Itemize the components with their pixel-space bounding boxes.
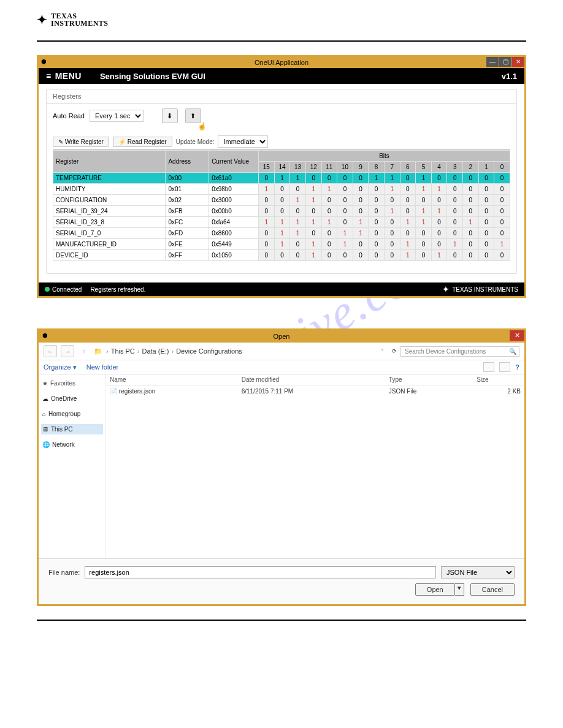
app-window: ⬢ OneUI Application — ▢ ✕ ≡ MENU Sensing…	[37, 55, 526, 298]
register-row[interactable]: MANUFACTURER_ID0xFE0x5449010101000100100…	[53, 239, 510, 250]
register-row[interactable]: DEVICE_ID0xFF0x10500001000001010000	[53, 250, 510, 261]
col-bits: Bits	[259, 151, 510, 162]
bit-col: 3	[447, 162, 463, 173]
nav-dropdown-button[interactable]: ˅	[376, 346, 388, 357]
update-mode-label: Update Mode:	[176, 138, 215, 145]
registers-panel: Registers Auto Read Every 1 sec ⬇ ⬆ ☝	[46, 89, 517, 274]
file-col[interactable]: Name	[106, 374, 238, 385]
tree-item[interactable]: ⌂Homegroup	[41, 409, 103, 419]
file-icon: 📄	[110, 388, 117, 395]
bit-col: 5	[416, 162, 432, 173]
open-dropdown-button[interactable]: ▾	[455, 583, 464, 596]
file-row[interactable]: 📄 registers.json6/11/2015 7:11 PMJSON Fi…	[106, 385, 524, 398]
ti-glyph-icon: ✦	[37, 12, 47, 27]
bit-col: 13	[290, 162, 306, 173]
bit-col: 12	[305, 162, 321, 173]
register-row[interactable]: TEMPERATURE0x000x61a00110000110100000	[53, 173, 510, 184]
maximize-button[interactable]: ▢	[499, 57, 511, 67]
auto-read-row: Auto Read Every 1 sec ⬇ ⬆ ☝	[53, 108, 510, 123]
logo-line2: INSTRUMENTS	[51, 20, 109, 27]
tree-icon: ★	[42, 380, 48, 387]
menu-label-text: MENU	[55, 71, 82, 81]
status-dot-icon	[45, 287, 50, 292]
nav-up-button[interactable]: ↑	[78, 346, 90, 357]
dialog-close-button[interactable]: ✕	[510, 330, 524, 341]
dialog-title: Open	[274, 333, 290, 340]
footer-brand: TEXAS INSTRUMENTS	[452, 286, 518, 293]
tree-item[interactable]: 🖥This PC	[41, 424, 103, 434]
bit-col: 15	[259, 162, 275, 173]
refresh-button[interactable]: ⟳	[392, 348, 397, 354]
tree-icon: 🌐	[42, 441, 50, 448]
update-mode-select[interactable]: Immediate	[218, 135, 268, 148]
write-register-button[interactable]: ✎ Write Register	[53, 137, 109, 147]
col-current: Current Value	[209, 151, 259, 173]
tree-item[interactable]: ☁OneDrive	[41, 393, 103, 404]
open-button[interactable]: Open	[415, 583, 455, 596]
search-placeholder: Search Device Configurations	[405, 348, 486, 355]
folder-icon: 📁	[94, 347, 102, 355]
panel-title: Registers	[47, 89, 516, 104]
auto-read-select[interactable]: Every 1 sec	[90, 110, 144, 122]
nav-forward-button[interactable]: →	[61, 345, 74, 357]
register-row[interactable]: SERIAL_ID_23_80xFC0xfa641111101001100100	[53, 217, 510, 228]
organize-button[interactable]: Organize ▾	[44, 363, 77, 371]
open-dialog: ⬢ Open ✕ ← → ↑ 📁 › This PC › Data (E:) ›…	[37, 328, 526, 606]
minimize-button[interactable]: —	[486, 57, 499, 67]
read-register-button[interactable]: ⚡ Read Register	[113, 137, 172, 147]
col-register: Register	[53, 151, 166, 173]
search-input[interactable]: Search Device Configurations 🔍	[400, 346, 519, 357]
view-button-1[interactable]	[483, 362, 494, 372]
tree-icon: 🖥	[42, 426, 48, 433]
ti-logo: ✦ TEXAS INSTRUMENTS	[37, 12, 526, 27]
file-col[interactable]: Date modified	[238, 374, 385, 385]
col-address: Address	[166, 151, 209, 173]
app-icon: ⬢	[41, 58, 47, 65]
upload-button[interactable]: ⬆	[185, 108, 201, 123]
pencil-icon: ✎	[58, 138, 63, 145]
file-col[interactable]: Size	[473, 374, 524, 385]
filename-input[interactable]	[85, 566, 436, 578]
app-version: v1.1	[502, 72, 517, 81]
lightning-icon: ⚡	[118, 138, 126, 145]
bit-col: 10	[337, 162, 353, 173]
help-icon[interactable]: ?	[515, 363, 519, 371]
write-label: Write Register	[65, 138, 104, 145]
dialog-titlebar: ⬢ Open ✕	[39, 330, 524, 343]
nav-tree: ★Favorites☁OneDrive⌂Homegroup🖥This PC🌐Ne…	[39, 374, 106, 558]
divider-bottom	[37, 620, 526, 621]
download-icon: ⬇	[167, 112, 172, 120]
footer-logo: ✦ TEXAS INSTRUMENTS	[442, 284, 518, 294]
ti-glyph-icon: ✦	[442, 284, 450, 294]
new-folder-button[interactable]: New folder	[86, 363, 119, 371]
file-listing: NameDate modifiedTypeSize 📄 registers.js…	[106, 374, 524, 558]
nav-back-button[interactable]: ←	[44, 345, 57, 357]
dialog-icon: ⬢	[42, 332, 48, 339]
register-row[interactable]: HUMIDITY0x010x98b01001100010110000	[53, 184, 510, 195]
bit-col: 14	[274, 162, 290, 173]
cancel-button[interactable]: Cancel	[470, 583, 515, 596]
app-subtitle: Sensing Solutions EVM GUI	[100, 72, 205, 81]
bit-col: 7	[384, 162, 400, 173]
bit-col: 6	[400, 162, 416, 173]
close-button[interactable]: ✕	[512, 57, 524, 67]
register-row[interactable]: SERIAL_ID_7_00xFD0x86000110011000000000	[53, 228, 510, 239]
status-bar: Connected Registers refreshed. ✦ TEXAS I…	[39, 282, 524, 296]
file-filter-select[interactable]: JSON File	[441, 566, 515, 578]
download-button[interactable]: ⬇	[162, 108, 178, 123]
filename-label: File name:	[48, 569, 80, 576]
bit-col: 1	[478, 162, 494, 173]
tree-icon: ⌂	[42, 411, 46, 417]
file-col[interactable]: Type	[385, 374, 473, 385]
app-menubar: ≡ MENU Sensing Solutions EVM GUI v1.1	[39, 68, 524, 84]
register-row[interactable]: SERIAL_ID_39_240xFB0x00b0000000001011000…	[53, 206, 510, 217]
breadcrumb[interactable]: › This PC › Data (E:) › Device Configura…	[106, 347, 372, 355]
register-row[interactable]: CONFIGURATION0x020x30000011000000000000	[53, 195, 510, 206]
tree-item[interactable]: 🌐Network	[41, 439, 103, 450]
view-button-2[interactable]	[499, 362, 510, 372]
search-icon: 🔍	[509, 348, 516, 355]
menu-button[interactable]: ≡ MENU	[46, 71, 82, 81]
tree-item[interactable]: ★Favorites	[41, 378, 103, 389]
dialog-toolbar: Organize ▾ New folder ?	[39, 360, 524, 374]
cursor-icon: ☝	[197, 122, 207, 131]
